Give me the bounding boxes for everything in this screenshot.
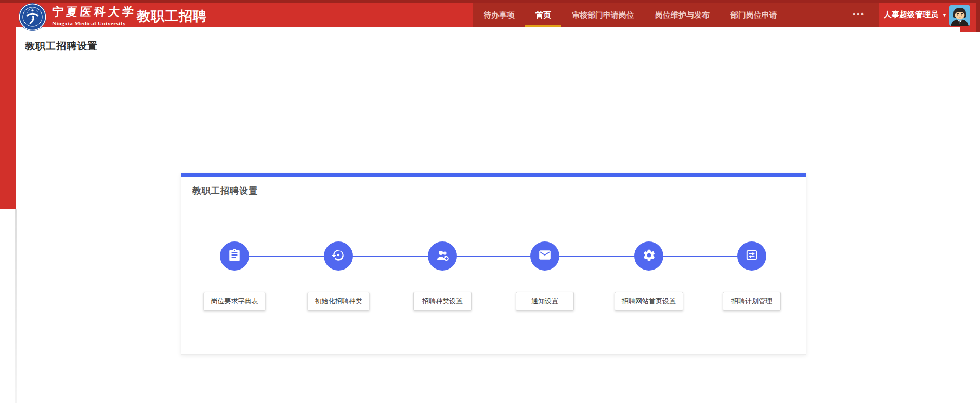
university-name: 宁夏医科大学 Ningxia Medical University — [52, 4, 136, 26]
step-job-dictionary-button[interactable] — [220, 241, 249, 271]
gear-icon — [642, 248, 656, 264]
nav-item-post-maintain-publish[interactable]: 岗位维护与发布 — [645, 3, 720, 27]
user-menu-edge — [960, 27, 976, 32]
step-recruit-plan-mgmt-button[interactable] — [737, 241, 766, 271]
header-brand-section: 宁夏医科大学 Ningxia Medical University 教职工招聘 — [0, 3, 473, 27]
header-right-edge — [976, 27, 980, 32]
step-label-job-dictionary[interactable]: 岗位要求字典表 — [204, 292, 266, 311]
page-title: 教职工招聘设置 — [25, 39, 98, 53]
step-init-recruit-types-button[interactable] — [324, 241, 353, 271]
university-logo-icon — [18, 3, 47, 31]
sidebar-strip — [0, 27, 16, 209]
step-notification-settings-button[interactable] — [530, 241, 559, 271]
avatar[interactable] — [949, 5, 970, 26]
chevron-down-icon: ▼ — [942, 12, 947, 18]
card-title: 教职工招聘设置 — [192, 185, 258, 197]
app-window: 宁夏医科大学 Ningxia Medical University 教职工招聘 … — [0, 0, 980, 403]
recruitment-settings-card: 教职工招聘设置 — [181, 173, 806, 355]
clipboard-icon — [228, 248, 241, 264]
nav-item-dept-post-apply[interactable]: 部门岗位申请 — [720, 3, 788, 27]
university-name-cn: 宁夏医科大学 — [51, 4, 137, 20]
more-menu-icon[interactable]: ••• — [839, 3, 879, 27]
main-nav: 待办事项 首页 审核部门申请岗位 岗位维护与发布 部门岗位申请 ••• — [473, 3, 879, 27]
nav-item-home[interactable]: 首页 — [525, 3, 561, 27]
reset-icon — [332, 248, 345, 264]
step-label-notification-settings[interactable]: 通知设置 — [516, 292, 574, 311]
card-divider — [181, 209, 806, 209]
step-label-init-recruit-types[interactable]: 初始化招聘种类 — [308, 292, 370, 311]
step-label-website-home-settings[interactable]: 招聘网站首页设置 — [615, 292, 683, 311]
user-add-icon — [436, 248, 450, 264]
step-recruit-type-settings-button[interactable] — [428, 241, 457, 271]
sliders-icon — [745, 248, 759, 264]
step-label-recruit-plan-mgmt[interactable]: 招聘计划管理 — [723, 292, 781, 311]
step-label-recruit-type-settings[interactable]: 招聘种类设置 — [413, 292, 472, 311]
nav-item-review-dept-posts[interactable]: 审核部门申请岗位 — [561, 3, 645, 27]
card-accent-bar — [181, 173, 806, 177]
university-name-en: Ningxia Medical University — [52, 20, 136, 26]
mail-icon — [538, 248, 552, 264]
connector-line — [234, 256, 752, 257]
user-name: 人事超级管理员 — [884, 10, 938, 20]
app-title: 教职工招聘 — [137, 7, 207, 25]
step-website-home-settings-button[interactable] — [634, 241, 663, 271]
content-left-shadow — [15, 209, 17, 403]
nav-item-todo[interactable]: 待办事项 — [473, 3, 525, 27]
